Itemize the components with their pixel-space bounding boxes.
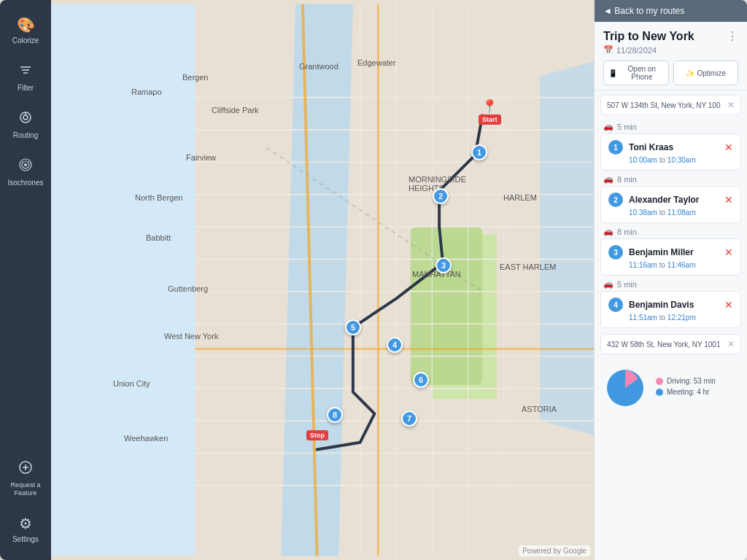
delete-stop-4-button[interactable]: ✕ (724, 299, 733, 311)
delete-stop-2-button[interactable]: ✕ (724, 194, 733, 206)
stop-card-3: 3 Benjamin Miller ✕ 11:16am to 11:46am (600, 238, 741, 276)
start-address-bar: 507 W 134th St, New York, NY 100 ✕ (600, 95, 741, 115)
stop-time-2: 10:38am to 11:08am (608, 209, 733, 217)
colorize-icon: 🎨 (17, 16, 35, 34)
drive-time-4-text: 5 min (617, 280, 637, 289)
isochrones-icon (18, 158, 33, 176)
meeting-legend-item: Meeting: 4 hr (656, 388, 716, 396)
powered-by: Powered by Google (519, 545, 590, 556)
driving-legend-item: Driving: 53 min (656, 377, 716, 385)
drive-time-3-text: 8 min (617, 228, 637, 236)
meeting-legend-label: Meeting: 4 hr (667, 388, 709, 396)
stop-name-3: Benjamin Miller (629, 247, 719, 257)
stop-name-2: Alexander Taylor (629, 195, 719, 205)
request-feature-icon (18, 460, 33, 478)
pie-chart (603, 366, 647, 410)
drive-time-4: 🚗 5 min (595, 277, 747, 291)
optimize-icon: ✨ (686, 69, 694, 77)
meeting-legend-dot (656, 389, 663, 396)
drive-time-1: 🚗 5 min (595, 120, 747, 133)
car-icon-1: 🚗 (603, 122, 614, 131)
delete-stop-3-button[interactable]: ✕ (724, 246, 733, 258)
chart-legend: Driving: 53 min Meeting: 4 hr (656, 377, 716, 399)
stop-name-4: Benjamin Davis (629, 300, 719, 310)
car-icon-2: 🚗 (603, 174, 614, 184)
sidebar-item-label: Settings (12, 535, 39, 544)
svg-marker-15 (540, 61, 594, 435)
end-address-bar: 432 W 58th St, New York, NY 1001 ✕ (600, 334, 741, 354)
remove-start-button[interactable]: ✕ (727, 100, 735, 110)
start-address-text: 507 W 134th St, New York, NY 100 (607, 101, 720, 109)
delete-stop-1-button[interactable]: ✕ (724, 141, 733, 153)
stop-num-2: 2 (608, 192, 623, 207)
driving-legend-dot (656, 378, 663, 385)
driving-legend-label: Driving: 53 min (667, 377, 716, 385)
stop-card-1: 1 Toni Kraas ✕ 10:00am to 10:30am (600, 133, 741, 171)
routing-icon (18, 110, 33, 128)
sidebar-item-settings[interactable]: ⚙ Settings (0, 506, 51, 553)
sidebar-item-colorize[interactable]: 🎨 Colorize (0, 7, 51, 54)
stop-time-1: 10:00am to 10:30am (608, 156, 733, 164)
open-on-phone-button[interactable]: 📱 Open on Phone (603, 61, 669, 85)
sidebar-item-filter[interactable]: Filter (0, 54, 51, 101)
sidebar-item-isochrones[interactable]: Isochrones (0, 149, 51, 196)
svg-point-8 (24, 163, 27, 166)
sidebar-item-label: Routing (13, 131, 38, 140)
chart-section: Driving: 53 min Meeting: 4 hr (595, 359, 747, 417)
drive-time-1-text: 5 min (617, 122, 637, 131)
stop-num-1: 1 (608, 140, 623, 155)
sidebar-item-label: Filter (18, 84, 34, 93)
drive-time-3: 🚗 8 min (595, 225, 747, 238)
phone-icon: 📱 (608, 69, 617, 77)
settings-icon: ⚙ (19, 515, 32, 532)
sidebar-item-label: Colorize (12, 36, 39, 45)
sidebar: 🎨 Colorize Filter Routing Isochrones (0, 0, 51, 560)
end-address-text: 432 W 58th St, New York, NY 1001 (607, 341, 720, 349)
sidebar-item-label: Isochrones (8, 179, 44, 187)
right-panel: ◄ Back to my routes Trip to New York ⋮ 📅… (594, 0, 747, 560)
filter-icon (18, 63, 33, 81)
stop-time-3: 11:16am to 11:46am (608, 261, 733, 269)
drive-time-2-text: 8 min (617, 175, 637, 184)
stop-time-4: 11:51am to 12:21pm (608, 314, 733, 322)
stop-card-4: 4 Benjamin Davis ✕ 11:51am to 12:21pm (600, 291, 741, 328)
drive-time-2: 🚗 8 min (595, 172, 747, 186)
remove-end-button[interactable]: ✕ (727, 339, 735, 349)
map-area[interactable]: Ramapo Bergen Grantwood Edgewater Cliffs… (51, 0, 594, 560)
sidebar-item-label: Request a Feature (4, 481, 47, 497)
sidebar-item-request-feature[interactable]: Request a Feature (0, 451, 51, 506)
open-phone-label: Open on Phone (620, 65, 664, 81)
calendar-icon: 📅 (603, 45, 614, 55)
stop-name-1: Toni Kraas (629, 142, 719, 152)
svg-point-4 (23, 115, 28, 120)
trip-header: Trip to New York ⋮ 📅 11/28/2024 📱 Open o… (595, 22, 747, 90)
car-icon-4: 🚗 (603, 279, 614, 289)
stop-num-4: 4 (608, 298, 623, 312)
optimize-button[interactable]: ✨ ✨ Optimize Optimize (673, 61, 739, 85)
trip-date-text: 11/28/2024 (616, 46, 657, 55)
back-button[interactable]: ◄ Back to my routes (595, 0, 747, 22)
stop-num-3: 3 (608, 245, 623, 260)
svg-marker-13 (195, 4, 594, 556)
stop-card-2: 2 Alexander Taylor ✕ 10:38am to 11:08am (600, 186, 741, 223)
car-icon-3: 🚗 (603, 227, 614, 236)
trip-title: Trip to New York (603, 30, 694, 43)
more-options-button[interactable]: ⋮ (727, 29, 738, 43)
sidebar-item-routing[interactable]: Routing (0, 101, 51, 149)
back-label: ◄ Back to my routes (603, 6, 684, 16)
